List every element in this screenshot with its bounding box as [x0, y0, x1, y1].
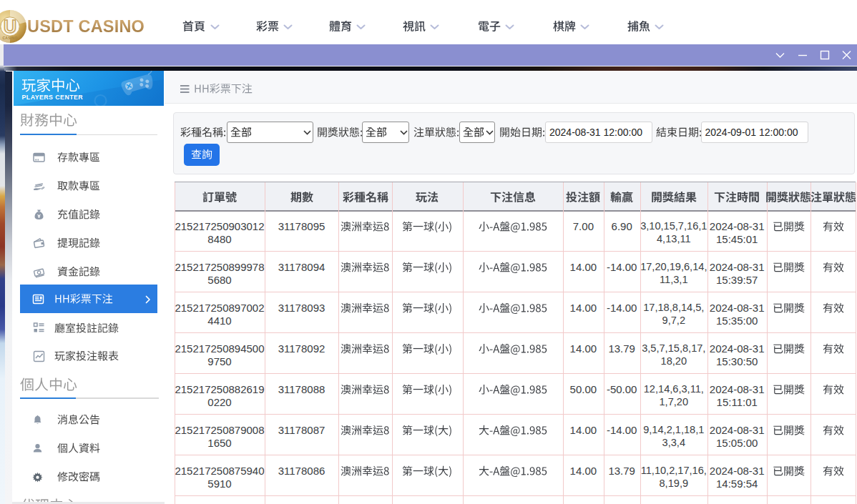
svg-text:U: U: [4, 16, 16, 36]
svg-text:CASINO: CASINO: [2, 36, 17, 40]
